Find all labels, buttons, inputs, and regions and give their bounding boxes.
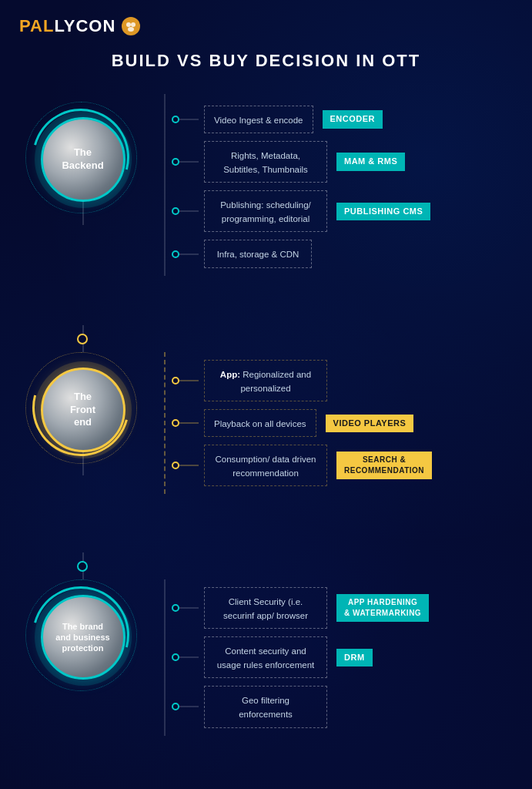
item-text: Client Security (i.e. securinf app/ brow… — [223, 597, 308, 620]
item-box: Playback on all devices — [204, 409, 316, 437]
item-box: Video Ingest & encode — [204, 106, 313, 133]
tag-drm: DRM — [336, 649, 373, 666]
right-col-brand: Client Security (i.e. securinf app/ brow… — [142, 579, 517, 736]
item-dot — [172, 116, 179, 123]
page-container: PALLYCON BUILD VS BUY DECISION IN OTT — [0, 0, 532, 789]
item-dot — [172, 462, 179, 469]
item-dot — [172, 653, 179, 661]
circle-label-frontend: TheFrontend — [66, 387, 99, 434]
spacer-2 — [23, 552, 517, 579]
item-text: Content security and usage rules enforce… — [217, 646, 315, 670]
item-text-playback: Playback on all devices — [214, 419, 306, 428]
page-title: BUILD VS BUY DECISION IN OTT — [15, 51, 517, 71]
item-hline — [179, 465, 199, 466]
item-box: Infra, storage & CDN — [204, 240, 312, 267]
left-col-frontend: TheFrontend — [23, 352, 142, 452]
svg-point-2 — [131, 22, 136, 27]
item-box: Geo filtering enforcements — [204, 686, 327, 727]
item-dot — [172, 250, 179, 258]
circle-backend: TheBackend — [41, 117, 125, 202]
item-text: Infra, storage & CDN — [217, 250, 299, 259]
item-dot — [172, 703, 179, 710]
left-col-brand: The brandand businessprotection — [23, 579, 142, 680]
tier-backend: TheBackend Video Ingest & encode ENCODER — [23, 94, 517, 325]
item-box: Publishing: scheduling/ programming, edi… — [204, 190, 327, 232]
item-row: Geo filtering enforcements — [154, 686, 517, 727]
tag-publishing: Publishing CMS — [336, 203, 430, 220]
item-box: Rights, Metadata, Subtitles, Thumbnails — [204, 141, 327, 183]
item-dot — [172, 419, 179, 427]
tag-mam: MAM & RMS — [336, 153, 405, 170]
item-row: Playback on all devices VIDEO PLAYERS — [154, 409, 517, 437]
logo: PALLYCON — [19, 16, 115, 36]
tier-frontend: TheFrontend App: Regionalized and person… — [23, 352, 517, 552]
item-dot — [172, 377, 179, 384]
item-hline — [179, 706, 199, 707]
circle-frontend: TheFrontend — [41, 368, 125, 452]
item-row: Rights, Metadata, Subtitles, Thumbnails … — [154, 141, 517, 183]
item-row: Content security and usage rules enforce… — [154, 636, 517, 678]
logo-pal: PAL — [19, 16, 54, 35]
circle-label-backend: TheBackend — [58, 143, 107, 176]
item-text: Publishing: scheduling/ programming, edi… — [220, 200, 311, 223]
item-dot — [172, 207, 179, 215]
item-hline — [179, 380, 199, 381]
item-text: Geo filtering enforcements — [239, 696, 293, 719]
svg-point-3 — [128, 27, 134, 32]
right-col-frontend: App: Regionalized and personalized Playb… — [142, 352, 517, 494]
circle-brand: The brandand businessprotection — [41, 595, 125, 680]
item-hline — [179, 422, 199, 424]
diagram: TheBackend Video Ingest & encode ENCODER — [15, 94, 517, 780]
item-text: Rights, Metadata, Subtitles, Thumbnails — [223, 151, 308, 174]
item-hline — [179, 253, 199, 255]
tier-brand: The brandand businessprotection Client S… — [23, 579, 517, 780]
item-box: Client Security (i.e. securinf app/ brow… — [204, 587, 327, 629]
tag-video-players: VIDEO PLAYERS — [326, 415, 414, 432]
item-hline — [179, 161, 199, 163]
item-text: Consumption/ data driven recommendation — [215, 455, 316, 478]
item-row: App: Regionalized and personalized — [154, 360, 517, 401]
circle-label-brand: The brandand businessprotection — [52, 617, 113, 658]
item-box: Content security and usage rules enforce… — [204, 636, 327, 678]
item-text: App: Regionalized and personalized — [220, 370, 311, 393]
item-row: Publishing: scheduling/ programming, edi… — [154, 190, 517, 232]
item-row: Video Ingest & encode ENCODER — [154, 106, 517, 133]
item-row: Infra, storage & CDN — [154, 240, 517, 267]
item-box: Consumption/ data driven recommendation — [204, 445, 327, 486]
spacer-1 — [23, 325, 517, 352]
svg-point-0 — [122, 17, 140, 35]
logo-icon — [120, 15, 142, 37]
item-hline — [179, 210, 199, 212]
tag-search: SEARCH &RECOMMENDATION — [336, 452, 432, 479]
item-hline — [179, 656, 199, 658]
item-box: App: Regionalized and personalized — [204, 360, 327, 401]
right-col-backend: Video Ingest & encode ENCODER Rights, Me… — [142, 94, 517, 276]
item-hline — [179, 607, 199, 609]
tag-encoder: ENCODER — [323, 110, 383, 128]
logo-lycon: LYCON — [54, 16, 115, 35]
item-row: Consumption/ data driven recommendation … — [154, 445, 517, 486]
item-text: Video Ingest & encode — [214, 116, 303, 125]
svg-point-1 — [126, 22, 131, 27]
item-row: Client Security (i.e. securinf app/ brow… — [154, 587, 517, 629]
left-col-backend: TheBackend — [23, 94, 142, 202]
item-hline — [179, 119, 199, 120]
item-dot — [172, 604, 179, 612]
tag-app-hardening: APP HARDENING& WATERMARKING — [336, 594, 429, 622]
header: PALLYCON — [15, 15, 517, 37]
item-dot — [172, 158, 179, 166]
